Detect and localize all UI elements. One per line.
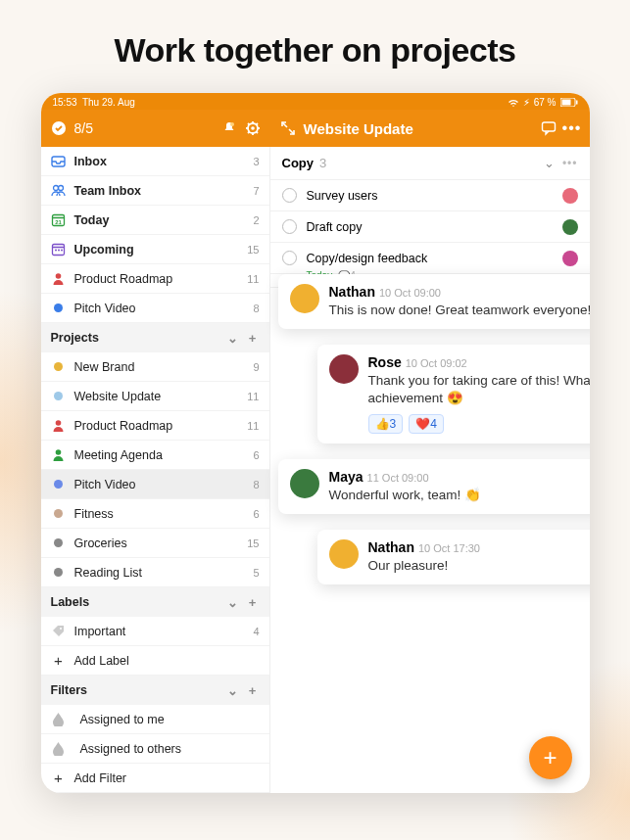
nav-label: Today [74, 213, 246, 227]
more-icon[interactable]: ••• [562, 157, 578, 170]
comment-avatar [290, 469, 319, 498]
comment-text: This is now done! Great teamwork everyon… [329, 302, 590, 319]
filter-label: Assigned to me [74, 713, 260, 726]
upcoming-icon [51, 242, 67, 257]
assignee-avatar [562, 251, 578, 266]
nav-label: Pitch Video [74, 302, 246, 315]
chevron-down-icon[interactable]: ⌄ [543, 156, 557, 170]
plus-icon: + [51, 653, 67, 669]
chevron-down-icon[interactable]: ⌄ [226, 595, 240, 610]
add-filter-row[interactable]: +Add Filter [41, 764, 269, 793]
project-count: 6 [253, 449, 259, 461]
project-item[interactable]: Pitch Video8 [41, 470, 269, 499]
task-counter: 8/5 [74, 120, 93, 136]
chevron-down-icon[interactable]: ⌄ [226, 331, 240, 346]
comment-time: 10 Oct 17:30 [418, 542, 480, 554]
reaction[interactable]: ❤️4 [409, 414, 444, 434]
add-filter-icon[interactable]: + [246, 683, 260, 698]
project-label: Reading List [74, 566, 246, 580]
project-item[interactable]: Product Roadmap11 [41, 411, 269, 441]
svg-rect-2 [576, 101, 578, 105]
filters-header[interactable]: Filters ⌄ + [41, 676, 269, 705]
comment-icon[interactable] [541, 120, 557, 136]
add-filter-text: Add Filter [74, 771, 260, 785]
gear-icon[interactable] [245, 120, 261, 136]
page-headline: Work together on projects [0, 0, 630, 93]
svg-line-11 [248, 123, 250, 125]
nav-item[interactable]: Pitch Video8 [41, 294, 269, 323]
comment-bubble: Rose10 Oct 09:02 Thank you for taking ca… [317, 345, 590, 443]
check-badge-icon[interactable] [51, 120, 67, 136]
svg-point-30 [60, 628, 62, 630]
project-label: Groceries [74, 537, 240, 550]
svg-point-18 [59, 186, 64, 191]
nav-item[interactable]: Product Roadmap11 [41, 264, 269, 294]
project-item[interactable]: Website Update11 [41, 382, 269, 411]
svg-point-25 [58, 250, 60, 252]
project-item[interactable]: Meeting Agenda6 [41, 441, 269, 470]
reaction[interactable]: 👍3 [368, 414, 404, 434]
comment-text: Thank you for taking care of this! What … [368, 372, 590, 407]
add-label-row[interactable]: +Add Label [41, 646, 269, 676]
chevron-down-icon[interactable]: ⌄ [226, 683, 240, 698]
filter-item[interactable]: Assigned to me [41, 705, 269, 734]
inbox-icon [51, 154, 67, 169]
project-item[interactable]: Groceries15 [41, 529, 269, 558]
projects-title: Projects [51, 331, 220, 345]
nav-item[interactable]: Inbox3 [41, 147, 269, 176]
wifi-icon [508, 98, 519, 108]
comment-avatar [329, 354, 359, 384]
comment-author: Nathan [368, 539, 414, 555]
comment-bubble: Nathan10 Oct 09:00 This is now done! Gre… [278, 274, 590, 329]
more-icon[interactable]: ••• [564, 120, 580, 136]
project-count: 11 [247, 420, 259, 432]
add-project-icon[interactable]: + [246, 331, 260, 346]
project-item[interactable]: Fitness6 [41, 499, 269, 529]
svg-point-17 [54, 186, 59, 191]
expand-icon[interactable] [280, 120, 296, 136]
project-title: Website Update [304, 120, 533, 137]
status-bar: 15:53 Thu 29. Aug ⚡︎ 67 % [41, 93, 590, 110]
calendar-icon: 21 [51, 212, 67, 228]
drop-icon [51, 741, 67, 757]
add-label-icon[interactable]: + [246, 595, 260, 610]
bell-icon[interactable] [221, 120, 237, 136]
project-label: Fitness [74, 507, 246, 521]
svg-point-26 [61, 250, 63, 252]
labels-header[interactable]: Labels ⌄ + [41, 587, 269, 617]
task-section-header[interactable]: Copy 3 ⌄ ••• [270, 147, 590, 180]
label-text: Important [74, 625, 246, 638]
svg-point-24 [55, 250, 57, 252]
task-row[interactable]: Draft copy [270, 211, 590, 243]
task-checkbox[interactable] [282, 219, 297, 234]
project-label: Meeting Agenda [74, 448, 246, 462]
label-item[interactable]: Important4 [41, 617, 269, 646]
person-icon [51, 271, 67, 287]
nav-item[interactable]: Upcoming15 [41, 235, 269, 264]
assignee-avatar [562, 188, 578, 204]
comment-bubble: Nathan10 Oct 17:30 Our pleasure! [317, 530, 590, 584]
nav-count: 3 [253, 156, 259, 167]
project-item[interactable]: New Brand9 [41, 352, 269, 382]
projects-header[interactable]: Projects ⌄ + [41, 323, 269, 352]
project-icon [51, 565, 67, 581]
svg-text:21: 21 [55, 219, 62, 225]
project-item[interactable]: Reading List5 [41, 558, 269, 587]
task-row[interactable]: Survey users [270, 180, 590, 211]
add-label-text: Add Label [74, 654, 260, 668]
task-checkbox[interactable] [282, 188, 297, 203]
project-count: 9 [253, 361, 259, 373]
task-title: Draft copy [307, 220, 553, 234]
nav-count: 2 [253, 214, 259, 226]
assignee-avatar [562, 219, 578, 235]
nav-label: Inbox [74, 155, 246, 168]
nav-item[interactable]: Team Inbox7 [41, 176, 269, 206]
section-name: Copy [282, 156, 315, 170]
add-task-fab[interactable]: + [529, 736, 572, 779]
nav-item[interactable]: 21Today2 [41, 206, 269, 235]
team-inbox-icon [51, 183, 67, 199]
task-title: Copy/design feedback [307, 252, 553, 265]
filter-item[interactable]: Assigned to others [41, 734, 269, 764]
svg-point-4 [230, 122, 234, 126]
task-checkbox[interactable] [282, 251, 297, 265]
